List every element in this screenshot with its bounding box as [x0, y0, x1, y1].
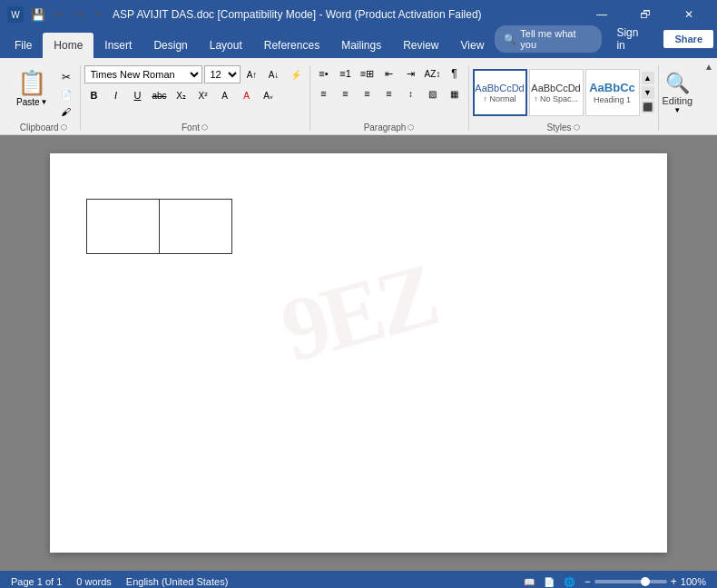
style-no-spacing-preview: AaBbCcDd — [531, 83, 580, 93]
align-left-btn[interactable]: ≡ — [314, 85, 334, 102]
font-expand-icon[interactable]: ⬡ — [201, 123, 208, 132]
paragraph-expand-icon[interactable]: ⬡ — [408, 123, 414, 132]
editing-dropdown-icon[interactable]: ▼ — [673, 106, 681, 114]
redo-button[interactable]: ↪ — [69, 5, 87, 24]
align-right-btn[interactable]: ≡ — [358, 85, 378, 102]
qat-dropdown[interactable]: ▼ — [89, 5, 107, 24]
numbering-btn[interactable]: ≡1 — [336, 65, 356, 82]
shading-btn[interactable]: ▨ — [423, 85, 443, 102]
zoom-slider[interactable] — [594, 580, 667, 583]
superscript-button[interactable]: X² — [193, 87, 213, 103]
style-normal-card[interactable]: AaBbCcDd ↑ Normal — [473, 69, 527, 116]
window-title: ASP AVIJIT DAS.doc [Compatibility Mode] … — [113, 8, 482, 21]
ribbon: 📋 Paste ▼ ✂ 📄 🖌 Clipboard ⬡ — [0, 58, 717, 135]
justify-btn[interactable]: ≡ — [379, 85, 399, 102]
tab-references[interactable]: References — [253, 33, 330, 58]
clear-format-btn[interactable]: ⚡ — [286, 66, 306, 83]
paste-dropdown-icon[interactable]: ▼ — [41, 98, 48, 106]
zoom-level[interactable]: 100% — [681, 576, 706, 587]
styles-label-text: Styles — [546, 122, 571, 132]
paragraph-label-text: Paragraph — [364, 122, 407, 132]
align-center-btn[interactable]: ≡ — [336, 85, 356, 102]
search-icon: 🔍 — [504, 34, 516, 45]
clipboard-label-text: Clipboard — [20, 122, 59, 132]
paragraph-group-inner: ≡• ≡1 ≡⊞ ⇤ ⇥ AZ↕ ¶ ≡ ≡ ≡ ≡ ↕ ▨ ▦ — [310, 62, 468, 122]
tab-file[interactable]: File — [4, 33, 43, 58]
styles-group-inner: AaBbCcDd ↑ Normal AaBbCcDd ↑ No Spac... … — [469, 62, 658, 122]
page-info: Page 1 of 1 — [11, 576, 62, 587]
sort-btn[interactable]: AZ↕ — [423, 65, 443, 82]
tab-review[interactable]: Review — [392, 33, 449, 58]
share-button[interactable]: Share — [663, 30, 713, 48]
print-layout-icon[interactable]: 📄 — [541, 573, 557, 588]
collapse-ribbon-button[interactable]: ▲ — [704, 62, 713, 72]
tab-view[interactable]: View — [450, 33, 496, 58]
char-spacing-btn[interactable]: Aᵥ — [259, 87, 279, 103]
table-cell-1[interactable] — [87, 200, 160, 254]
increase-font-btn[interactable]: A↑ — [242, 66, 262, 83]
editing-button[interactable]: 🔍 Editing ▼ — [663, 72, 693, 114]
editing-label: Editing — [663, 95, 693, 106]
font-label: Font ⬡ — [81, 122, 309, 134]
strikethrough-button[interactable]: abc — [150, 87, 170, 103]
decrease-indent-btn[interactable]: ⇤ — [379, 65, 399, 82]
zoom-controls: − + 100% — [584, 575, 706, 588]
bullets-btn[interactable]: ≡• — [314, 65, 334, 82]
tell-me-input[interactable]: 🔍 Tell me what you — [495, 25, 602, 53]
status-bar-right: 📖 📄 🌐 − + 100% — [521, 573, 706, 588]
paragraph-label: Paragraph ⬡ — [310, 122, 468, 134]
save-button[interactable]: 💾 — [29, 5, 47, 24]
sign-in-button[interactable]: Sign in — [609, 24, 656, 54]
decrease-font-btn[interactable]: A↓ — [264, 66, 284, 83]
text-highlight-btn[interactable]: A — [215, 87, 235, 103]
zoom-out-btn[interactable]: − — [584, 575, 591, 588]
styles-scroll-down[interactable]: ▼ — [642, 86, 654, 99]
subscript-button[interactable]: X₂ — [172, 87, 192, 103]
document-table[interactable] — [86, 199, 232, 254]
undo-button[interactable]: ↩ — [49, 5, 67, 24]
format-painter-button[interactable]: 🖌 — [56, 103, 76, 120]
font-group: Times New Roman 12 A↑ A↓ ⚡ B I U abc X₂ … — [81, 62, 309, 134]
ribbon-content: 📋 Paste ▼ ✂ 📄 🖌 Clipboard ⬡ — [7, 62, 710, 134]
borders-btn[interactable]: ▦ — [445, 85, 465, 102]
word-icon: W — [7, 6, 24, 23]
font-family-select[interactable]: Times New Roman — [84, 65, 202, 83]
cut-button[interactable]: ✂ — [56, 69, 76, 85]
zoom-in-btn[interactable]: + — [671, 575, 677, 588]
multilevel-btn[interactable]: ≡⊞ — [358, 65, 378, 82]
status-bar: Page 1 of 1 0 words English (United Stat… — [0, 571, 717, 588]
tab-home[interactable]: Home — [43, 33, 93, 58]
style-heading1-label: Heading 1 — [594, 95, 631, 104]
copy-button[interactable]: 📄 — [56, 86, 76, 103]
style-normal-preview: AaBbCcDd — [475, 83, 524, 93]
tab-layout[interactable]: Layout — [199, 33, 253, 58]
tab-mailings[interactable]: Mailings — [330, 33, 392, 58]
menu-bar: File Home Insert Design Layout Reference… — [0, 29, 717, 58]
line-spacing-btn[interactable]: ↕ — [401, 85, 421, 102]
tab-insert[interactable]: Insert — [93, 33, 142, 58]
tab-design[interactable]: Design — [142, 33, 198, 58]
quick-access-toolbar: 💾 ↩ ↪ ▼ — [29, 5, 107, 24]
paste-button[interactable]: 📋 Paste ▼ — [11, 65, 54, 111]
underline-button[interactable]: U — [128, 87, 148, 103]
style-heading1-card[interactable]: AaBbCc Heading 1 — [585, 69, 640, 116]
styles-scroll-up[interactable]: ▲ — [642, 72, 654, 84]
table-cell-2[interactable] — [160, 200, 232, 254]
font-color-btn[interactable]: A — [237, 87, 257, 103]
italic-button[interactable]: I — [106, 87, 126, 103]
bold-button[interactable]: B — [84, 87, 104, 103]
show-marks-btn[interactable]: ¶ — [445, 65, 465, 82]
style-no-spacing-card[interactable]: AaBbCcDd ↑ No Spac... — [529, 69, 584, 116]
increase-indent-btn[interactable]: ⇥ — [401, 65, 421, 82]
web-layout-icon[interactable]: 🌐 — [561, 573, 577, 588]
clipboard-expand-icon[interactable]: ⬡ — [61, 123, 67, 132]
styles-more[interactable]: ⬛ — [642, 101, 654, 113]
styles-expand-icon[interactable]: ⬡ — [574, 123, 580, 132]
styles-label: Styles ⬡ — [469, 122, 658, 134]
read-mode-icon[interactable]: 📖 — [521, 573, 537, 588]
font-size-select[interactable]: 12 — [204, 65, 241, 83]
paste-icon: 📋 — [17, 69, 46, 97]
title-bar-left: W 💾 ↩ ↪ ▼ ASP AVIJIT DAS.doc [Compatibil… — [7, 5, 482, 24]
styles-scroll-controls: ▲ ▼ ⬛ — [642, 72, 654, 113]
document-page[interactable]: 9EZ — [50, 153, 667, 553]
